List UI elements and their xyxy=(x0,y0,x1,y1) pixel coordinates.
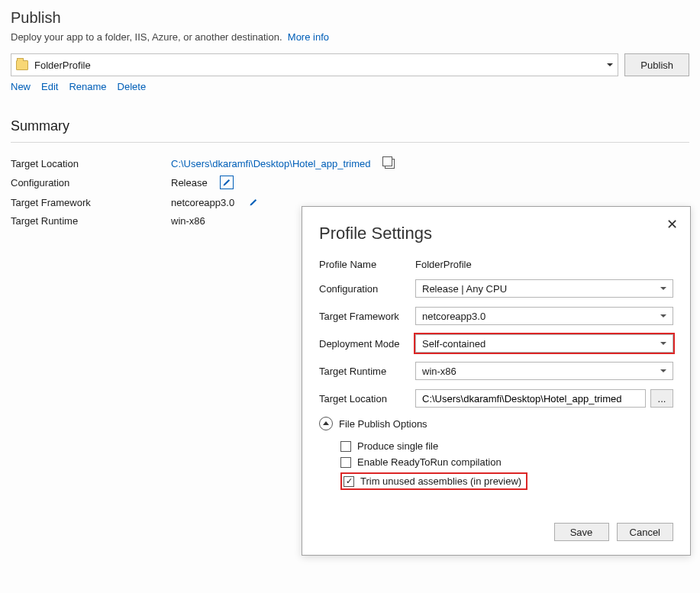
rename-profile-link[interactable]: Rename xyxy=(69,81,106,92)
copy-icon[interactable] xyxy=(385,159,395,169)
profile-select[interactable]: FolderProfile xyxy=(11,53,618,76)
edit-configuration-icon[interactable] xyxy=(220,176,234,189)
summary-label-target-runtime: Target Runtime xyxy=(11,215,163,227)
dialog-title: Profile Settings xyxy=(319,224,673,239)
folder-icon xyxy=(16,60,28,70)
delete-profile-link[interactable]: Delete xyxy=(118,81,147,92)
subtitle-text: Deploy your app to a folder, IIS, Azure,… xyxy=(11,31,282,43)
page-title: Publish xyxy=(11,9,689,27)
summary-value-configuration: Release xyxy=(171,177,208,189)
summary-label-target-location: Target Location xyxy=(11,158,163,169)
summary-value-target-framework: netcoreapp3.0 xyxy=(171,197,234,208)
summary-label-target-framework: Target Framework xyxy=(11,197,163,208)
chevron-down-icon xyxy=(607,63,613,66)
publish-button[interactable]: Publish xyxy=(624,53,689,76)
edit-target-framework-icon[interactable] xyxy=(247,195,260,209)
profile-select-value: FolderProfile xyxy=(34,60,91,71)
edit-profile-link[interactable]: Edit xyxy=(41,81,58,92)
profile-settings-dialog: ✕ Profile Settings Profile Name FolderPr… xyxy=(302,206,691,239)
page-subtitle: Deploy your app to a folder, IIS, Azure,… xyxy=(11,31,689,43)
more-info-link[interactable]: More info xyxy=(288,31,329,43)
summary-label-configuration: Configuration xyxy=(11,177,163,189)
summary-heading: Summary xyxy=(11,114,689,143)
new-profile-link[interactable]: New xyxy=(11,81,31,92)
summary-value-target-runtime: win-x86 xyxy=(171,215,205,227)
close-icon[interactable]: ✕ xyxy=(666,218,678,231)
summary-value-target-location[interactable]: C:\Users\dkaramfi\Desktop\Hotel_app_trim… xyxy=(171,158,371,169)
